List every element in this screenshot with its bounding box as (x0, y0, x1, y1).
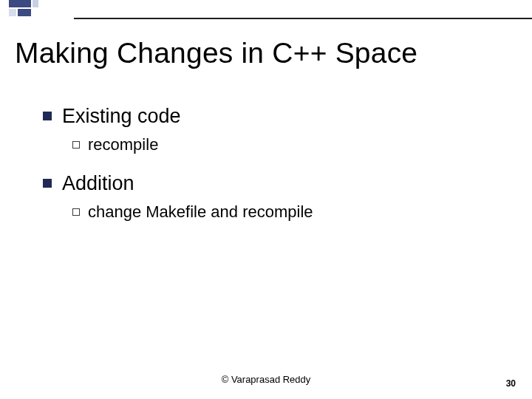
square-bullet-icon (43, 179, 52, 188)
open-square-bullet-icon (72, 141, 80, 149)
footer: © Varaprasad Reddy 30 (0, 374, 532, 389)
slide-content: Existing code recompile Addition change … (43, 105, 510, 222)
bullet-label: Addition (62, 172, 134, 195)
header-rule (74, 18, 532, 19)
sub-bullet-label: recompile (88, 135, 158, 154)
slide-title: Making Changes in C++ Space (15, 37, 517, 69)
corner-decoration (9, 0, 83, 19)
open-square-bullet-icon (72, 208, 80, 216)
bullet-label: Existing code (62, 105, 181, 128)
square-bullet-icon (43, 112, 52, 120)
bullet-item: Existing code (43, 105, 510, 128)
sub-bullet-item: change Makefile and recompile (72, 202, 510, 222)
sub-bullet-item: recompile (72, 135, 510, 154)
bullet-item: Addition (43, 172, 510, 195)
page-number: 30 (506, 378, 516, 389)
sub-bullet-label: change Makefile and recompile (88, 202, 313, 222)
copyright-text: © Varaprasad Reddy (222, 374, 311, 385)
